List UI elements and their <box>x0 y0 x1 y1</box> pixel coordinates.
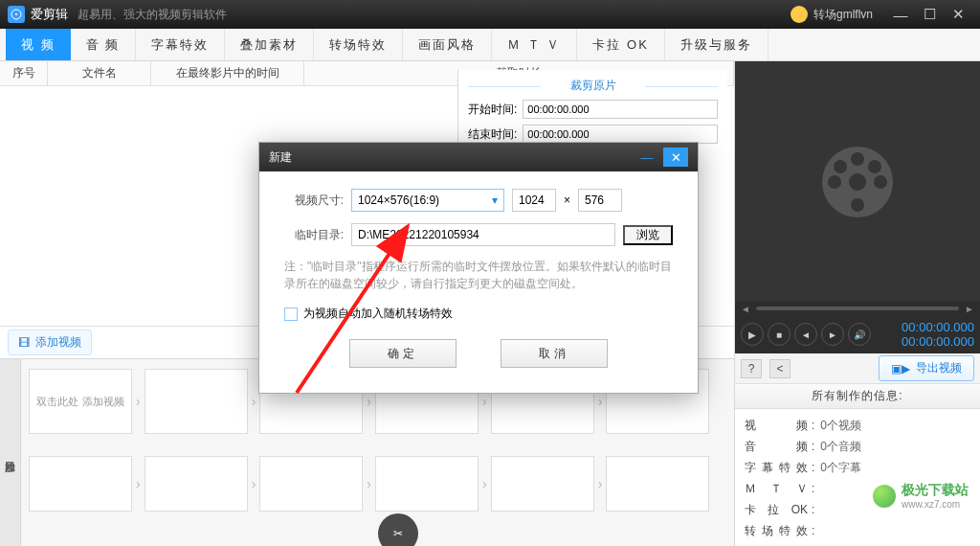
seek-next-icon[interactable]: ► <box>965 304 974 314</box>
end-time-input[interactable] <box>523 125 718 144</box>
timecode-total: 00:00:00.000 <box>902 334 974 349</box>
video-clip-slot[interactable] <box>145 369 248 434</box>
info-row: 字幕特效:0个字幕 <box>745 457 970 478</box>
video-size-label: 视频尺寸: <box>284 193 344 209</box>
playback-controls: ▶ ■ ◄ ► 🔊 00:00:00.000 00:00:00.000 <box>735 315 980 353</box>
tab-5[interactable]: 画面风格 <box>403 29 492 60</box>
dialog-close-button[interactable]: ✕ <box>663 148 688 167</box>
chevron-right-icon: › <box>252 394 256 409</box>
chevron-right-icon: › <box>136 476 141 491</box>
info-list: 视 频:0个视频音 频:0个音频字幕特效:0个字幕Ｍ Ｔ Ｖ:卡 拉 OK:转场… <box>735 409 980 546</box>
browse-button[interactable]: 浏览 <box>623 225 673 245</box>
auto-transition-checkbox[interactable]: 为视频自动加入随机转场特效 <box>284 306 673 322</box>
audio-track: ››››› <box>29 453 726 514</box>
watermark-icon <box>873 485 896 508</box>
seek-bar[interactable] <box>756 307 959 310</box>
checkbox-icon <box>284 307 298 321</box>
tab-8[interactable]: 升级与服务 <box>665 29 768 60</box>
watermark-name: 极光下载站 <box>902 482 969 499</box>
cut-title: 裁剪原片 <box>468 78 718 94</box>
tab-3[interactable]: 叠加素材 <box>225 29 314 60</box>
next-frame-button[interactable]: ► <box>821 323 844 346</box>
seek-bar-row: ◄ ► <box>735 302 980 315</box>
times-label: × <box>564 193 570 207</box>
chevron-right-icon: › <box>598 476 603 491</box>
watermark-url: www.xz7.com <box>902 499 969 510</box>
cancel-button[interactable]: 取消 <box>501 339 608 368</box>
start-time-label: 开始时间: <box>468 102 517 118</box>
chevron-right-icon: › <box>367 476 371 491</box>
avatar-icon[interactable] <box>791 6 808 23</box>
svg-point-1 <box>15 13 17 15</box>
dialog-title: 新建 <box>269 149 635 166</box>
col-filename: 文件名 <box>48 61 151 85</box>
maximize-button[interactable]: ☐ <box>915 0 944 29</box>
end-time-label: 结束时间: <box>468 126 517 143</box>
chevron-right-icon: › <box>482 394 487 409</box>
tab-1[interactable]: 音 频 <box>71 29 137 60</box>
tab-0[interactable]: 视 频 <box>6 29 71 60</box>
app-subtitle: 超易用、强大的视频剪辑软件 <box>78 7 227 23</box>
new-project-dialog: 新建 — ✕ 视频尺寸: 1024×576(16:9) × 临时目录: 浏览 注… <box>258 142 699 394</box>
help-button[interactable]: ? <box>741 359 762 378</box>
export-icon: ▣▶ <box>891 362 910 375</box>
app-name: 爱剪辑 <box>31 6 68 23</box>
start-time-input[interactable] <box>523 100 718 119</box>
film-icon: 🎞 <box>18 336 30 350</box>
info-row: 转场特效: <box>745 520 970 541</box>
chevron-right-icon: › <box>482 476 487 491</box>
play-button[interactable]: ▶ <box>741 323 764 346</box>
preview-area[interactable] <box>735 61 980 302</box>
audio-clip-slot[interactable] <box>259 456 363 512</box>
info-row: 视 频:0个视频 <box>745 415 970 436</box>
audio-clip-slot[interactable] <box>145 456 248 512</box>
col-time: 在最终影片中的时间 <box>151 61 304 85</box>
user-name[interactable]: 转场gmlflvn <box>813 7 873 23</box>
checkbox-label: 为视频自动加入随机转场特效 <box>303 306 453 322</box>
added-clips-tab[interactable]: 已添加片段 <box>0 359 21 546</box>
timecode-current: 00:00:00.000 <box>902 320 974 334</box>
chevron-right-icon: › <box>136 394 141 409</box>
add-video-label: 添加视频 <box>35 334 81 351</box>
temp-dir-note: 注："临时目录"指程序运行所需的临时文件摆放位置。如果软件默认的临时目录所在的磁… <box>284 258 673 292</box>
chevron-right-icon: › <box>598 394 603 409</box>
film-reel-icon <box>822 147 893 217</box>
watermark: 极光下载站 www.xz7.com <box>873 482 969 510</box>
export-video-button[interactable]: ▣▶ 导出视频 <box>879 355 974 381</box>
tab-6[interactable]: Ｍ Ｔ Ｖ <box>492 29 577 60</box>
audio-clip-slot[interactable] <box>606 456 709 512</box>
volume-button[interactable]: 🔊 <box>848 323 871 346</box>
main-tabs: 视 频音 频字幕特效叠加素材转场特效画面风格Ｍ Ｔ Ｖ卡拉 OK升级与服务 <box>0 29 980 61</box>
share-button[interactable]: < <box>769 359 791 378</box>
tab-2[interactable]: 字幕特效 <box>136 29 225 60</box>
scissor-button[interactable]: ✂ <box>378 513 418 546</box>
stop-button[interactable]: ■ <box>768 323 791 346</box>
video-clip-slot[interactable]: 双击此处 添加视频 <box>29 369 132 434</box>
tab-7[interactable]: 卡拉 OK <box>577 29 664 60</box>
info-row: 画面风格:0个画面风格 <box>745 541 970 546</box>
close-button[interactable]: ✕ <box>944 0 972 29</box>
width-input[interactable] <box>512 189 556 212</box>
right-pane: ◄ ► ▶ ■ ◄ ► 🔊 00:00:00.000 00:00:00.000 … <box>735 61 980 546</box>
info-header: 所有制作的信息: <box>735 384 980 409</box>
info-row: 音 频:0个音频 <box>745 436 970 457</box>
temp-dir-label: 临时目录: <box>284 227 344 243</box>
app-logo-icon <box>8 6 25 23</box>
audio-clip-slot[interactable] <box>29 456 132 512</box>
temp-dir-input[interactable] <box>351 223 615 246</box>
add-video-button[interactable]: 🎞 添加视频 <box>8 330 92 355</box>
audio-clip-slot[interactable] <box>491 456 594 512</box>
audio-clip-slot[interactable] <box>375 456 479 512</box>
chevron-right-icon: › <box>252 476 256 491</box>
height-input[interactable] <box>578 189 622 212</box>
dialog-minimize-button[interactable]: — <box>635 148 659 167</box>
minimize-button[interactable]: — <box>886 0 915 29</box>
seek-prev-icon[interactable]: ◄ <box>741 304 750 314</box>
title-bar: 爱剪辑 超易用、强大的视频剪辑软件 转场gmlflvn — ☐ ✕ <box>0 0 980 29</box>
ok-button[interactable]: 确定 <box>349 339 457 368</box>
col-no: 序号 <box>0 61 48 85</box>
video-size-select[interactable]: 1024×576(16:9) <box>351 189 504 212</box>
prev-frame-button[interactable]: ◄ <box>794 323 817 346</box>
tab-4[interactable]: 转场特效 <box>314 29 403 60</box>
chevron-right-icon: › <box>367 394 371 409</box>
